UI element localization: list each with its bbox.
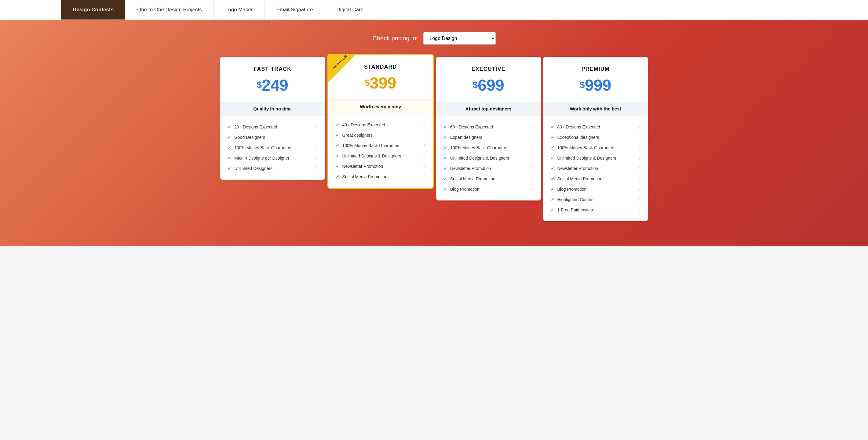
info-icon[interactable]: ? <box>638 166 641 171</box>
info-icon[interactable]: ? <box>531 125 533 129</box>
check-icon: ✓ <box>443 166 447 171</box>
executive-features: ✓ 60+ Designs Expected ? ✓ Expert design… <box>436 116 541 200</box>
list-item: ✓ 1 Free Paid Invites ? <box>551 205 641 215</box>
info-icon[interactable]: ? <box>315 166 317 171</box>
list-item: ✓ Unlimited Designers ? <box>227 163 318 174</box>
info-icon[interactable]: ? <box>423 143 426 148</box>
check-icon: ✓ <box>336 133 339 138</box>
check-icon: ✓ <box>551 156 554 161</box>
check-icon: ✓ <box>336 174 339 179</box>
list-item: ✓ 100% Money Back Guarantee ? <box>336 140 426 151</box>
info-icon[interactable]: ? <box>638 208 641 212</box>
check-icon: ✓ <box>443 187 447 192</box>
info-icon[interactable]: ? <box>423 123 426 127</box>
list-item: ✓ 20+ Designs Expected ? <box>227 122 318 132</box>
fast-track-price: $249 <box>226 77 319 93</box>
info-icon[interactable]: ? <box>531 177 533 181</box>
popular-badge: POPULAR <box>328 55 356 82</box>
fast-track-title: FAST TRACK <box>226 66 319 72</box>
list-item: ✓ Expert designers <box>443 132 533 142</box>
executive-price: $699 <box>442 77 535 93</box>
info-icon[interactable]: ? <box>315 156 317 161</box>
list-item: ✓ Max. 4 Designs per Designer ? <box>227 153 318 163</box>
list-item: ✓ Blog Promotion ? <box>443 184 533 194</box>
executive-subtitle: Attract top designers <box>436 102 541 116</box>
check-icon: ✓ <box>551 135 554 140</box>
tab-design-contests[interactable]: Design Contests <box>61 0 126 20</box>
popular-badge-text: POPULAR <box>330 55 350 72</box>
list-item: ✓ Unlimited Designs & Designers ? <box>336 151 426 161</box>
list-item: ✓ Social Media Promotion ? <box>443 174 533 184</box>
pricing-check-select[interactable]: Logo Design Business Card Design Web Des… <box>423 32 496 44</box>
info-icon[interactable]: ? <box>638 187 641 192</box>
pricing-cards-container: FAST TRACK $249 Quality in no time ✓ 20+… <box>220 57 648 221</box>
check-icon: ✓ <box>551 145 554 150</box>
plan-executive: EXECUTIVE $699 Attract top designers ✓ 6… <box>436 57 541 200</box>
list-item: ✓ Blog Promotion ? <box>551 184 641 194</box>
info-icon[interactable]: ? <box>423 164 426 169</box>
premium-title: PREMIUM <box>550 66 642 72</box>
tab-logo-maker[interactable]: Logo Maker <box>214 0 265 20</box>
list-item: ✓ Unlimited Designs & Designers ? <box>443 153 533 163</box>
check-icon: ✓ <box>336 143 339 148</box>
list-item: ✓ 60+ Designs Expected ? <box>443 122 533 132</box>
premium-price: $999 <box>550 77 642 93</box>
tab-digital-card[interactable]: Digital Card <box>325 0 376 20</box>
list-item: ✓ Unlimited Designs & Designers ? <box>551 153 641 163</box>
check-icon: ✓ <box>336 164 339 169</box>
info-icon[interactable]: ? <box>638 197 641 202</box>
list-item: ✓ Newsletter Promotion ? <box>336 161 426 171</box>
info-icon[interactable]: ? <box>638 145 641 150</box>
check-icon: ✓ <box>551 166 554 171</box>
list-item: ✓ Social Media Promotion ? <box>551 174 641 184</box>
check-icon: ✓ <box>227 145 231 150</box>
tab-email-signature[interactable]: Email Signature <box>265 0 325 20</box>
premium-features: ✓ 80+ Designs Expected ? ✓ Exceptional d… <box>543 116 648 221</box>
tab-one-to-one[interactable]: One to One Design Projects <box>126 0 214 20</box>
list-item: ✓ Good Designers <box>227 132 318 142</box>
executive-header: EXECUTIVE $699 <box>436 57 541 102</box>
check-icon: ✓ <box>443 176 447 181</box>
info-icon[interactable]: ? <box>423 154 426 158</box>
list-item: ✓ 80+ Designs Expected ? <box>551 122 641 132</box>
standard-features: ✓ 40+ Designs Expected ? ✓ Great designe… <box>328 113 433 188</box>
check-icon: ✓ <box>551 187 554 192</box>
hero-section: Check pricing for Logo Design Business C… <box>0 20 868 246</box>
info-icon[interactable]: ? <box>638 125 641 129</box>
info-icon[interactable]: ? <box>315 125 317 129</box>
check-icon: ✓ <box>336 154 339 158</box>
pricing-check-row: Check pricing for Logo Design Business C… <box>372 32 495 44</box>
check-icon: ✓ <box>551 176 554 181</box>
navigation-tabs: Design Contests One to One Design Projec… <box>61 0 868 20</box>
check-icon: ✓ <box>443 125 447 129</box>
check-icon: ✓ <box>336 122 339 127</box>
info-icon[interactable]: ? <box>423 174 426 179</box>
info-icon[interactable]: ? <box>531 145 533 150</box>
list-item: ✓ Newsletter Promotion ? <box>443 163 533 174</box>
info-icon[interactable]: ? <box>531 156 533 161</box>
check-icon: ✓ <box>443 135 447 140</box>
list-item: ✓ Newsletter Promotion ? <box>551 163 641 174</box>
premium-subtitle: Work only with the best <box>543 102 648 116</box>
info-icon[interactable]: ? <box>638 156 641 161</box>
info-icon[interactable]: ? <box>531 166 533 171</box>
info-icon[interactable]: ? <box>638 177 641 181</box>
plan-standard: POPULAR STANDARD $399 Worth every penny … <box>328 54 434 189</box>
info-icon[interactable]: ? <box>315 145 317 150</box>
list-item: ✓ Great designers <box>336 130 426 140</box>
check-icon: ✓ <box>551 207 554 212</box>
info-icon[interactable]: ? <box>531 187 533 192</box>
fast-track-subtitle: Quality in no time <box>220 102 325 116</box>
plan-premium: PREMIUM $999 Work only with the best ✓ 8… <box>543 57 648 221</box>
fast-track-features: ✓ 20+ Designs Expected ? ✓ Good Designer… <box>220 116 325 180</box>
list-item: ✓ 100% Money Back Guarantee ? <box>443 142 533 153</box>
check-icon: ✓ <box>227 125 231 129</box>
plan-fast-track: FAST TRACK $249 Quality in no time ✓ 20+… <box>220 57 325 180</box>
list-item: ✓ Social Media Promotion ? <box>336 171 426 182</box>
check-icon: ✓ <box>443 145 447 150</box>
check-icon: ✓ <box>443 156 447 161</box>
list-item: ✓ 40+ Designs Expected ? <box>336 120 426 130</box>
fast-track-header: FAST TRACK $249 <box>220 57 325 102</box>
pricing-check-label: Check pricing for <box>372 35 418 42</box>
check-icon: ✓ <box>227 156 231 161</box>
